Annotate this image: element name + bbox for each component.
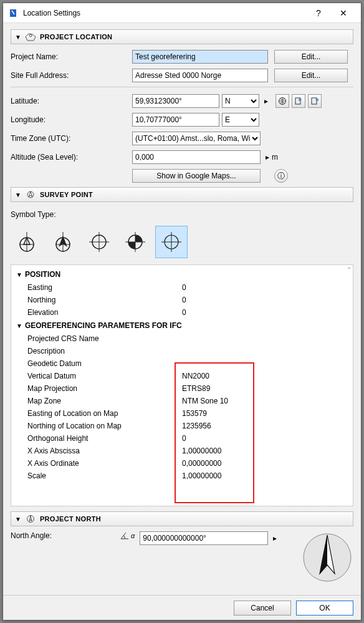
longitude-hemisphere-select[interactable]: E [222, 113, 259, 127]
ok-button[interactable]: OK [296, 601, 353, 616]
north-compass [301, 531, 353, 584]
survey-point-icon [25, 190, 36, 199]
section-label: PROJECT LOCATION [40, 33, 112, 41]
table-row[interactable]: Map ProjectionETRS89 [15, 382, 349, 395]
position-header[interactable]: ▼POSITION [15, 268, 349, 281]
map-pin-icon [25, 32, 36, 41]
dialog-content: ▼ PROJECT LOCATION Project Name: Edit...… [3, 23, 361, 595]
dialog-footer: Cancel OK [3, 595, 361, 620]
table-row[interactable]: Northing of Location on Map1235956 [15, 420, 349, 432]
table-row[interactable]: Northing0 [15, 294, 349, 306]
table-row[interactable]: Easting0 [15, 281, 349, 294]
cancel-button[interactable]: Cancel [234, 601, 291, 616]
latitude-input[interactable] [132, 94, 219, 108]
table-row[interactable]: Projected CRS Name [15, 332, 349, 345]
symbol-option-5[interactable] [155, 226, 188, 258]
symbol-type-label: Symbol Type: [11, 210, 132, 219]
longitude-label: Longitude: [11, 115, 132, 124]
project-name-input[interactable] [132, 50, 268, 64]
altitude-input[interactable] [132, 150, 261, 164]
section-project-location[interactable]: ▼ PROJECT LOCATION [11, 29, 353, 44]
chevron-down-icon: ▼ [15, 516, 21, 523]
location-settings-dialog: Location Settings ? ✕ ▼ PROJECT LOCATION… [2, 2, 362, 621]
import-location-button[interactable] [292, 94, 305, 108]
timezone-select[interactable]: (UTC+01:00) Amst...slo, Roma, Wien [132, 132, 261, 145]
north-angle-label: North Angle: [11, 531, 120, 540]
info-button[interactable]: ⓘ [274, 169, 288, 183]
north-angle-input[interactable] [140, 531, 268, 545]
table-row[interactable]: X Axis Ordinate0,00000000 [15, 457, 349, 470]
table-row[interactable]: Geodetic Datum [15, 357, 349, 370]
altitude-label: Altitude (Sea Level): [11, 153, 132, 162]
play-icon[interactable]: ▸ [271, 531, 279, 545]
site-address-label: Site Full Address: [11, 71, 132, 80]
timezone-label: Time Zone (UTC): [11, 134, 132, 143]
north-icon [25, 514, 36, 523]
table-row[interactable]: Vertical DatumNN2000 [15, 370, 349, 382]
scroll-up-icon[interactable]: ⌃ [347, 266, 352, 273]
symbol-option-1[interactable] [11, 226, 43, 258]
edit-project-name-button[interactable]: Edit... [274, 50, 348, 64]
survey-point-tree: ▼POSITION Easting0 Northing0 Elevation0 … [11, 264, 353, 506]
altitude-unit: m [272, 153, 274, 162]
symbol-option-4[interactable] [119, 226, 151, 258]
section-project-north[interactable]: ▼ PROJECT NORTH [11, 511, 353, 526]
svg-rect-3 [312, 98, 317, 104]
latitude-hemisphere-select[interactable]: N [222, 94, 259, 108]
table-row[interactable]: Elevation0 [15, 306, 349, 319]
export-location-button[interactable] [308, 94, 322, 108]
section-label: SURVEY POINT [40, 191, 93, 198]
chevron-down-icon: ▼ [15, 191, 21, 198]
table-row[interactable]: Orthogonal Height0 [15, 432, 349, 445]
table-row[interactable]: Description [15, 345, 349, 357]
table-row[interactable]: Scale1,00000000 [15, 470, 349, 482]
close-button[interactable]: ✕ [331, 4, 356, 22]
section-survey-point[interactable]: ▼ SURVEY POINT [11, 187, 353, 202]
globe-button[interactable] [275, 94, 289, 108]
app-icon [8, 8, 18, 18]
titlebar: Location Settings ? ✕ [3, 3, 361, 23]
play-icon[interactable]: ▸ [263, 150, 272, 164]
table-row[interactable]: Easting of Location on Map153579 [15, 407, 349, 420]
symbol-type-options [11, 226, 353, 258]
symbol-option-3[interactable] [83, 226, 115, 258]
site-address-input[interactable] [132, 69, 268, 82]
window-title: Location Settings [23, 9, 306, 17]
longitude-input[interactable] [132, 113, 219, 127]
section-label: PROJECT NORTH [40, 515, 101, 523]
chevron-down-icon: ▼ [15, 34, 21, 41]
symbol-option-2[interactable] [47, 226, 79, 258]
project-name-label: Project Name: [11, 52, 132, 61]
table-row[interactable]: X Axis Abscissa1,00000000 [15, 445, 349, 457]
play-icon[interactable]: ▸ [262, 94, 271, 108]
chevron-down-icon: ▼ [16, 271, 22, 278]
help-button[interactable]: ? [306, 4, 331, 22]
table-row[interactable]: Map ZoneNTM Sone 10 [15, 395, 349, 407]
georef-header[interactable]: ▼GEOREFERENCING PARAMETERS FOR IFC [15, 319, 349, 332]
latitude-label: Latitude: [11, 97, 132, 105]
svg-point-0 [29, 34, 32, 37]
show-in-google-maps-button[interactable]: Show in Google Maps... [132, 169, 261, 183]
chevron-down-icon: ▼ [16, 322, 22, 329]
edit-site-address-button[interactable]: Edit... [274, 69, 348, 82]
angle-icon: α [120, 531, 135, 540]
